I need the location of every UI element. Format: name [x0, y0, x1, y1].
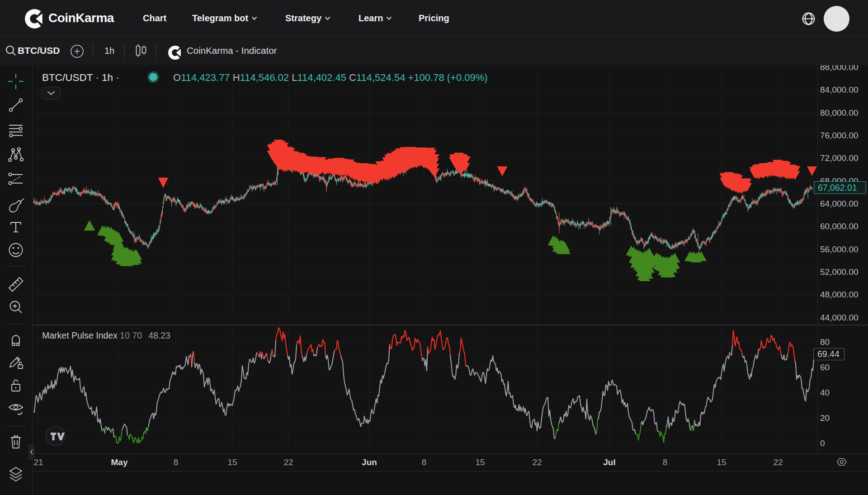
svg-text:Jun: Jun	[362, 457, 377, 467]
svg-text:Market Pulse Index 10 7048.23: Market Pulse Index 10 7048.23	[42, 330, 170, 340]
svg-text:84,000.00: 84,000.00	[820, 85, 859, 94]
svg-text:60,000.00: 60,000.00	[820, 222, 859, 231]
svg-text:56,000.00: 56,000.00	[820, 245, 859, 254]
svg-text:72,000.00: 72,000.00	[820, 153, 859, 163]
svg-text:15: 15	[475, 457, 485, 467]
svg-text:80: 80	[820, 337, 830, 347]
svg-text:22: 22	[283, 457, 293, 467]
svg-text:76,000.00: 76,000.00	[820, 131, 859, 140]
svg-text:Jul: Jul	[603, 457, 615, 467]
svg-text:15: 15	[717, 457, 726, 467]
svg-text:22: 22	[532, 457, 542, 467]
svg-text:21: 21	[33, 457, 43, 467]
svg-text:64,000.00: 64,000.00	[820, 199, 859, 208]
svg-text:60: 60	[820, 363, 830, 372]
svg-text:BTC/USDT · 1h ·: BTC/USDT · 1h ·	[42, 72, 119, 83]
svg-text:22: 22	[773, 457, 783, 467]
svg-text:May: May	[111, 457, 128, 467]
svg-text:67,062.01: 67,062.01	[818, 183, 857, 193]
svg-text:8: 8	[174, 457, 179, 467]
svg-text:52,000.00: 52,000.00	[820, 267, 859, 277]
svg-text:0: 0	[820, 438, 825, 448]
svg-text:88,000.00: 88,000.00	[820, 65, 859, 72]
svg-text:15: 15	[227, 457, 237, 467]
svg-text:8: 8	[422, 457, 427, 467]
svg-text:8: 8	[663, 457, 668, 467]
svg-text:O114,423.77 H114,546.02 L114,4: O114,423.77 H114,546.02 L114,402.45 C114…	[173, 72, 488, 83]
svg-text:20: 20	[820, 413, 830, 423]
svg-text:40: 40	[820, 388, 830, 397]
svg-text:80,000.00: 80,000.00	[820, 108, 859, 118]
svg-text:69.44: 69.44	[817, 349, 840, 359]
svg-text:44,000.00: 44,000.00	[820, 313, 859, 322]
svg-text:48,000.00: 48,000.00	[820, 290, 859, 299]
